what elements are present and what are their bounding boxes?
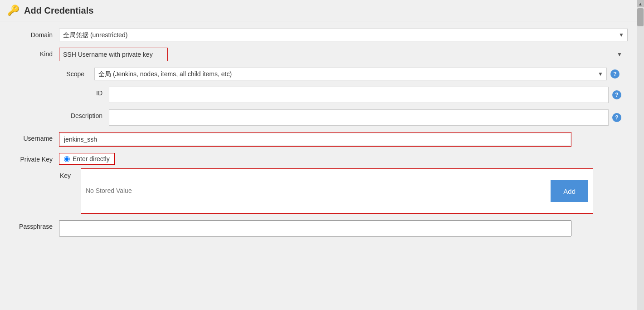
description-row: Description ? [9, 109, 628, 126]
kind-label: Kind [9, 48, 59, 58]
kind-border: SSH Username with private key [59, 48, 168, 61]
username-input[interactable] [60, 133, 570, 145]
key-label: Key [59, 168, 77, 179]
kind-select[interactable]: SSH Username with private key [61, 50, 166, 59]
scope-select-wrapper: 全局 (Jenkins, nodes, items, all child ite… [94, 68, 607, 80]
private-key-row: Private Key Enter directly Key No Stored… [9, 153, 628, 214]
domain-select-wrapper: 全局凭据 (unrestricted) ▼ [59, 29, 628, 41]
scope-row: Scope 全局 (Jenkins, nodes, items, all chi… [9, 68, 628, 80]
id-input[interactable] [109, 87, 609, 103]
scrollbar-thumb[interactable] [637, 8, 644, 26]
kind-select-arrow: ▼ [617, 51, 622, 58]
description-input[interactable] [109, 109, 609, 126]
page-container: ▲ 🔑 Add Credentials Domain 全局凭据 (unrestr… [0, 0, 644, 310]
id-row: ID ? [9, 87, 628, 103]
private-key-content: Enter directly Key No Stored Value Add [59, 153, 628, 214]
page-title: Add Credentials [24, 5, 93, 16]
passphrase-input[interactable] [59, 220, 571, 236]
no-stored-value-text: No Stored Value [86, 173, 132, 194]
kind-control: SSH Username with private key ▼ [59, 48, 628, 61]
content-area: 🔑 Add Credentials Domain 全局凭据 (unrestric… [0, 0, 637, 250]
domain-control: 全局凭据 (unrestricted) ▼ [59, 29, 628, 41]
domain-label: Domain [9, 29, 59, 39]
key-box-wrap: No Stored Value Add [81, 168, 593, 214]
kind-select-outer: SSH Username with private key ▼ [59, 48, 628, 61]
header: 🔑 Add Credentials [0, 0, 637, 21]
private-key-label: Private Key [9, 153, 59, 163]
scope-select[interactable]: 全局 (Jenkins, nodes, items, all child ite… [94, 68, 607, 80]
kind-row: Kind SSH Username with private key ▼ [9, 48, 628, 61]
passphrase-input-wrap [59, 220, 571, 236]
scrollbar[interactable]: ▲ [637, 0, 644, 310]
id-help-icon[interactable]: ? [612, 90, 621, 99]
scope-label: Scope [59, 70, 91, 78]
username-label: Username [9, 132, 59, 142]
passphrase-label: Passphrase [9, 220, 59, 230]
enter-directly-label: Enter directly [73, 155, 110, 162]
description-label: Description [59, 109, 109, 119]
form-area: Domain 全局凭据 (unrestricted) ▼ Kind SSH Us… [0, 21, 637, 250]
passphrase-row: Passphrase [9, 220, 628, 236]
description-help-icon[interactable]: ? [612, 113, 621, 122]
scrollbar-arrow-up[interactable]: ▲ [637, 0, 644, 7]
username-row: Username [9, 132, 628, 147]
domain-select[interactable]: 全局凭据 (unrestricted) [59, 29, 628, 41]
enter-directly-radio[interactable] [64, 156, 70, 162]
id-input-wrap: ? [109, 87, 621, 103]
enter-directly-box: Enter directly [59, 153, 115, 165]
key-box: No Stored Value Add [81, 168, 593, 214]
add-key-button[interactable]: Add [551, 180, 588, 202]
username-border [59, 132, 571, 147]
description-input-wrap: ? [109, 109, 621, 126]
scope-help-icon[interactable]: ? [610, 69, 620, 79]
id-label: ID [59, 87, 109, 97]
key-section: Key No Stored Value Add [59, 168, 628, 214]
key-icon: 🔑 [7, 5, 20, 16]
domain-row: Domain 全局凭据 (unrestricted) ▼ [9, 29, 628, 41]
username-control [59, 132, 628, 147]
